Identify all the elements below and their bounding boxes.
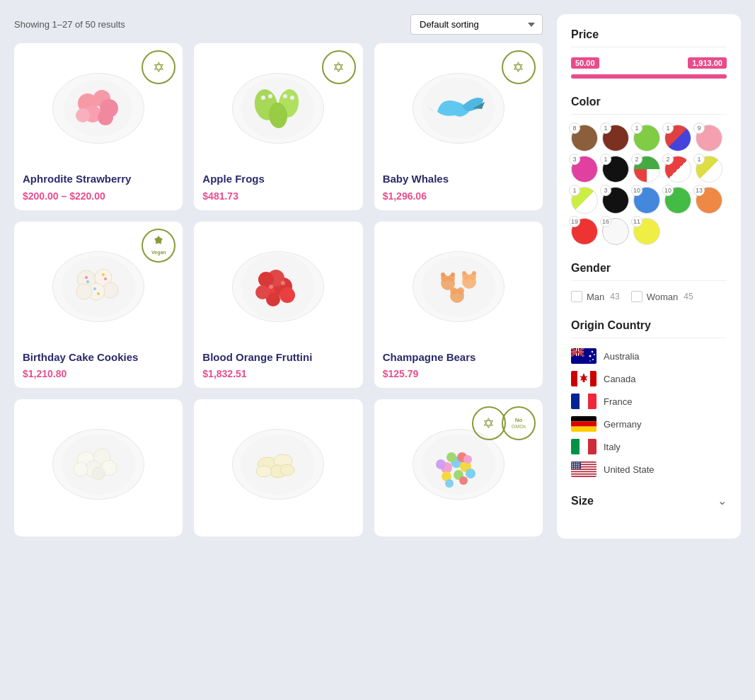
price-filter: Price 50.00 1,913.00 [571, 28, 727, 79]
gender-man-checkbox[interactable] [571, 291, 582, 302]
svg-point-118 [572, 464, 573, 466]
country-item-italy[interactable]: Italy [571, 439, 727, 454]
color-swatch-green[interactable]: 1 [633, 125, 660, 151]
svg-rect-99 [588, 394, 596, 409]
country-name-france: France [604, 396, 632, 407]
country-item-canada[interactable]: Canada [571, 371, 727, 386]
products-grid: ✡ Aphrodite Strawberr [14, 43, 543, 537]
product-card[interactable] [194, 399, 362, 537]
color-swatch-multiblue[interactable]: 1 [664, 125, 691, 151]
svg-rect-96 [583, 379, 585, 382]
product-card[interactable]: ✡ No GMOs [374, 399, 543, 537]
country-item-france[interactable]: France [571, 394, 727, 409]
color-swatch-brown[interactable]: 8 [571, 125, 598, 151]
svg-point-69 [446, 452, 456, 462]
gender-woman[interactable]: Woman 45 [631, 291, 693, 302]
size-filter: Size ⌄ [571, 494, 727, 507]
swatch-count: 11 [631, 216, 642, 227]
flag-us [571, 461, 596, 477]
swatch-count: 16 [600, 216, 611, 227]
product-price: $125.79 [383, 368, 534, 379]
svg-rect-94 [571, 371, 577, 386]
country-item-germany[interactable]: Germany [571, 416, 727, 432]
svg-rect-98 [580, 394, 588, 409]
country-name-australia: Australia [604, 351, 640, 362]
product-card[interactable]: ✡ [194, 43, 362, 210]
swatch-count: 13 [693, 185, 705, 196]
swatch-count: 1 [693, 154, 705, 165]
badge-kosher: ✡ [502, 50, 536, 84]
swatch-count: 2 [662, 154, 674, 165]
svg-point-129 [578, 468, 580, 469]
svg-rect-95 [590, 371, 596, 386]
svg-rect-104 [580, 439, 588, 454]
svg-point-123 [574, 466, 575, 467]
color-swatch-leafgreen[interactable]: 10 [664, 187, 691, 214]
product-name: Baby Whales [383, 172, 534, 186]
svg-rect-103 [571, 439, 580, 454]
product-name: Blood Orange Fruttini [202, 350, 354, 365]
color-swatch-black2[interactable]: 3 [602, 187, 629, 214]
color-swatch-blue[interactable]: 10 [633, 187, 660, 214]
svg-point-24 [102, 273, 105, 276]
svg-point-91 [592, 359, 594, 360]
flag-australia [571, 348, 596, 364]
gender-woman-count: 45 [684, 292, 693, 302]
product-card[interactable]: ✡ Baby Whales [374, 43, 543, 210]
svg-point-22 [85, 276, 88, 279]
results-count: Showing 1–27 of 50 results [14, 19, 125, 30]
color-swatch-multicol[interactable]: 2 [633, 156, 660, 183]
svg-point-13 [283, 94, 287, 98]
svg-point-117 [578, 462, 580, 464]
color-swatch-pink[interactable]: 9 [696, 125, 722, 151]
country-list: Australia [571, 348, 727, 477]
size-filter-header[interactable]: Size ⌄ [571, 494, 727, 507]
svg-point-121 [578, 464, 580, 466]
origin-filter: Origin Country [571, 319, 727, 477]
svg-rect-105 [588, 439, 596, 454]
product-card[interactable]: ✡ Aphrodite Strawberr [14, 43, 183, 210]
color-swatch-red[interactable]: 19 [571, 218, 598, 245]
svg-point-14 [290, 96, 294, 100]
svg-point-63 [256, 466, 272, 477]
product-price: $1,296.06 [383, 190, 534, 202]
color-swatch-black[interactable]: 1 [602, 156, 629, 183]
product-card[interactable]: Blood Orange Fruttini $1,832.51 [194, 222, 362, 389]
svg-point-114 [572, 462, 573, 464]
svg-point-35 [255, 285, 270, 299]
color-swatch-yellowgreen[interactable]: 1 [571, 187, 598, 214]
product-price: $1,832.51 [202, 368, 354, 379]
gender-man-label: Man [587, 292, 604, 302]
svg-point-21 [76, 284, 92, 299]
color-swatch-redwhite[interactable]: 2 [664, 156, 691, 183]
country-item-australia[interactable]: Australia [571, 348, 727, 364]
size-filter-title: Size [571, 495, 594, 507]
svg-rect-110 [571, 470, 596, 471]
color-filter-title: Color [571, 96, 727, 115]
color-swatch-yellow[interactable]: 11 [633, 218, 660, 245]
product-card[interactable]: Champagne Bears $125.79 [374, 222, 543, 389]
color-swatch-orange[interactable]: 13 [696, 187, 722, 214]
product-image [232, 429, 324, 500]
sort-select[interactable]: Default sorting Sort by popularity Sort … [410, 14, 543, 35]
color-swatch-white[interactable]: 16 [602, 218, 629, 245]
product-name: Apple Frogs [202, 172, 354, 186]
color-swatch-yellowwhite[interactable]: 1 [696, 156, 722, 183]
swatch-count: 10 [662, 185, 674, 196]
color-swatch-magenta[interactable]: 3 [571, 156, 598, 183]
gender-man[interactable]: Man 43 [571, 291, 620, 302]
country-name-italy: Italy [604, 442, 621, 452]
color-filter: Color 8 1 1 1 [571, 96, 727, 245]
flag-germany [571, 416, 596, 432]
svg-point-77 [459, 476, 468, 485]
color-swatch-darkbrown[interactable]: 1 [602, 125, 629, 151]
product-card[interactable]: Vegan [14, 222, 183, 389]
svg-point-57 [74, 462, 88, 476]
color-grid: 8 1 1 1 9 3 [571, 125, 727, 245]
gender-woman-checkbox[interactable] [631, 291, 642, 302]
price-slider-track[interactable] [571, 74, 727, 79]
svg-point-128 [576, 468, 577, 469]
svg-point-75 [463, 455, 472, 464]
country-item-us[interactable]: United State [571, 461, 727, 477]
product-card[interactable] [14, 399, 183, 537]
